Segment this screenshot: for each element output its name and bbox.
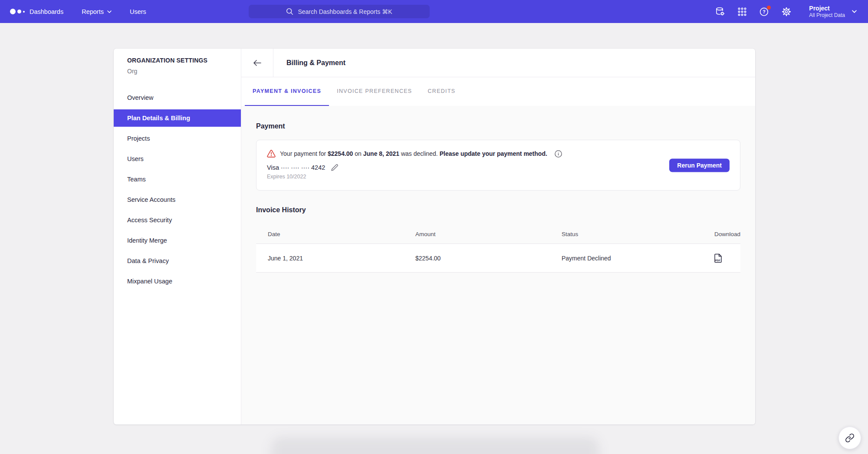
- help-button[interactable]: ?: [759, 6, 770, 17]
- settings-sidebar: ORGANIZATION SETTINGS Org Overview Plan …: [114, 49, 241, 424]
- chevron-down-icon: [852, 10, 857, 13]
- settings-button[interactable]: [781, 6, 792, 17]
- sidebar-item-access-security[interactable]: Access Security: [114, 211, 241, 229]
- column-header-amount: Amount: [415, 231, 562, 237]
- data-management-icon: [715, 7, 725, 17]
- tab-invoice-preferences[interactable]: INVOICE PREFERENCES: [329, 77, 420, 106]
- apps-grid-icon: [737, 7, 747, 17]
- sidebar-item-users[interactable]: Users: [114, 150, 241, 168]
- page-title: Billing & Payment: [286, 59, 345, 67]
- nav-item-users[interactable]: Users: [130, 8, 146, 15]
- invoice-date: June 1, 2021: [268, 255, 415, 262]
- invoice-status: Payment Declined: [562, 255, 688, 262]
- alert-text: Your payment for $2254.00 on June 8, 202…: [280, 150, 547, 157]
- payment-section-title: Payment: [256, 122, 740, 130]
- sidebar-item-service-accounts[interactable]: Service Accounts: [114, 191, 241, 208]
- back-button[interactable]: [241, 49, 273, 77]
- project-switcher-text: Project All Project Data: [809, 5, 845, 19]
- card-expiry: Expires 10/2022: [267, 174, 730, 180]
- sidebar-item-data-privacy[interactable]: Data & Privacy: [114, 252, 241, 270]
- bottom-shadow-blob: [271, 438, 599, 454]
- rerun-payment-button[interactable]: Rerun Payment: [669, 158, 730, 172]
- svg-text:PDF: PDF: [715, 259, 720, 261]
- svg-text:?: ?: [763, 9, 765, 14]
- billing-tabs: PAYMENT & INVOICES INVOICE PREFERENCES C…: [241, 77, 755, 106]
- sidebar-item-label: Access Security: [127, 217, 172, 224]
- sidebar-item-overview[interactable]: Overview: [114, 89, 241, 106]
- declined-date: June 8, 2021: [363, 150, 399, 157]
- sidebar-item-label: Users: [127, 155, 144, 162]
- settings-main-pane: Billing & Payment PAYMENT & INVOICES INV…: [241, 49, 755, 424]
- invoice-download-cell: PDF: [688, 253, 740, 263]
- nav-item-label: Dashboards: [30, 8, 63, 15]
- tab-payment-invoices[interactable]: PAYMENT & INVOICES: [245, 77, 329, 106]
- invoice-table-header: Date Amount Status Download: [256, 224, 740, 244]
- chevron-down-icon: [107, 10, 112, 13]
- data-management-button[interactable]: [714, 6, 726, 17]
- sidebar-item-label: Teams: [127, 176, 146, 183]
- project-label: Project: [809, 5, 845, 12]
- apps-grid-button[interactable]: [736, 6, 748, 17]
- mixpanel-logo[interactable]: [10, 0, 25, 23]
- invoice-history-section: Invoice History Date Amount Status Downl…: [256, 206, 740, 273]
- project-value: All Project Data: [809, 12, 845, 19]
- sidebar-item-label: Service Accounts: [127, 196, 175, 203]
- page-header: Billing & Payment: [241, 49, 755, 77]
- settings-gear-icon: [781, 7, 792, 17]
- edit-pencil-icon: [331, 164, 339, 171]
- project-switcher[interactable]: Project All Project Data: [809, 5, 857, 19]
- tab-label: PAYMENT & INVOICES: [253, 88, 321, 94]
- notification-dot: [767, 6, 771, 10]
- sidebar-item-label: Mixpanel Usage: [127, 278, 172, 285]
- credit-card-row: Visa ···· ···· ···· 4242: [267, 164, 730, 171]
- logo-dot-medium: [17, 10, 21, 13]
- tab-content: Payment Your payment for $2254.00 on Jun…: [241, 106, 755, 424]
- logo-dot-small: [23, 11, 25, 13]
- warning-triangle-icon: [267, 150, 276, 158]
- nav-item-reports[interactable]: Reports: [82, 8, 112, 15]
- sidebar-item-projects[interactable]: Projects: [114, 130, 241, 147]
- payment-declined-alert: Your payment for $2254.00 on June 8, 202…: [267, 150, 730, 158]
- search-placeholder: Search Dashboards & Reports ⌘K: [298, 8, 392, 15]
- sidebar-item-label: Projects: [127, 135, 150, 142]
- organization-settings-card: ORGANIZATION SETTINGS Org Overview Plan …: [114, 49, 755, 424]
- sidebar-section-title: ORGANIZATION SETTINGS: [127, 57, 227, 64]
- nav-item-dashboards[interactable]: Dashboards: [30, 8, 63, 15]
- column-header-status: Status: [562, 231, 688, 237]
- back-arrow-icon: [253, 60, 261, 66]
- tab-label: INVOICE PREFERENCES: [337, 88, 412, 94]
- link-icon: [845, 433, 855, 443]
- tab-label: CREDITS: [428, 88, 456, 94]
- invoice-history-title: Invoice History: [256, 206, 740, 214]
- alert-action-text: Please update your payment method.: [440, 150, 547, 157]
- pdf-file-icon: PDF: [714, 253, 722, 263]
- payment-method-card: Your payment for $2254.00 on June 8, 202…: [256, 140, 740, 191]
- nav-item-label: Reports: [82, 8, 104, 15]
- sidebar-item-label: Plan Details & Billing: [127, 115, 190, 122]
- sidebar-item-teams[interactable]: Teams: [114, 171, 241, 188]
- topbar-right-controls: ? Project All Project Data: [714, 0, 857, 23]
- sidebar-item-identity-merge[interactable]: Identity Merge: [114, 232, 241, 249]
- invoice-amount: $2254.00: [415, 255, 562, 262]
- organization-name: Org: [127, 68, 227, 75]
- sidebar-item-label: Identity Merge: [127, 237, 167, 244]
- alert-info-button[interactable]: [555, 150, 562, 158]
- credit-card-display: Visa ···· ···· ···· 4242: [267, 164, 325, 171]
- global-search-input[interactable]: Search Dashboards & Reports ⌘K: [249, 5, 430, 18]
- logo-dot-large: [10, 9, 16, 14]
- invoice-row: June 1, 2021 $2254.00 Payment Declined P…: [256, 244, 740, 273]
- share-link-button[interactable]: [838, 427, 861, 449]
- declined-amount: $2254.00: [328, 150, 353, 157]
- sidebar-header: ORGANIZATION SETTINGS Org: [114, 57, 241, 75]
- tab-credits[interactable]: CREDITS: [420, 77, 464, 106]
- download-pdf-button[interactable]: PDF: [714, 253, 722, 263]
- search-icon: [286, 8, 293, 15]
- sidebar-item-mixpanel-usage[interactable]: Mixpanel Usage: [114, 273, 241, 290]
- sidebar-menu: Overview Plan Details & Billing Projects…: [114, 89, 241, 290]
- nav-item-label: Users: [130, 8, 146, 15]
- sidebar-item-label: Overview: [127, 94, 153, 101]
- edit-card-button[interactable]: [331, 164, 339, 171]
- sidebar-item-plan-details-billing[interactable]: Plan Details & Billing: [114, 109, 241, 127]
- column-header-download: Download: [688, 231, 740, 237]
- info-icon: [555, 150, 562, 158]
